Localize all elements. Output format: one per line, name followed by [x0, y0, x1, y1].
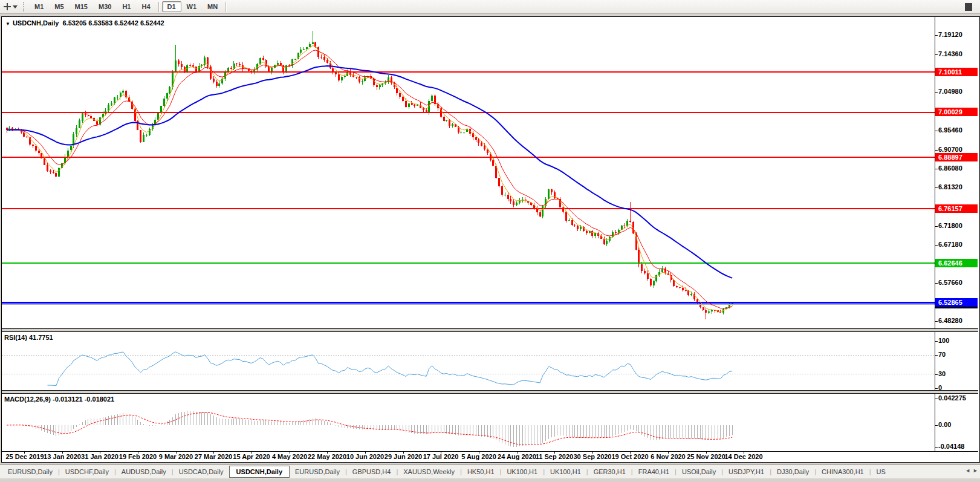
macd-plot[interactable] — [2, 394, 935, 451]
chevron-down-icon[interactable] — [13, 5, 18, 8]
price-axis-line — [935, 17, 935, 328]
timeframe-button-w1[interactable]: W1 — [181, 1, 203, 12]
chart-tab-usdcad-daily[interactable]: USDCAD,Daily — [174, 466, 229, 477]
chart-tab-eurusd-daily[interactable]: EURUSD,Daily — [290, 466, 345, 477]
price-tick — [935, 226, 938, 227]
rsi-tick — [935, 341, 938, 342]
timeframe-button-m5[interactable]: M5 — [49, 1, 69, 12]
level-price-label: 6.88897 — [935, 153, 978, 161]
timeframe-button-m15[interactable]: M15 — [70, 1, 93, 12]
chart-tab-china300-h1[interactable]: CHINA300,H1 — [816, 466, 869, 477]
rsi-tick-label: 0 — [938, 384, 942, 391]
timeframe-button-h4[interactable]: H4 — [136, 1, 155, 12]
level-price-label: 7.10011 — [935, 68, 978, 76]
chart-tab-dj30-daily[interactable]: DJ30,Daily — [771, 466, 814, 477]
date-label: 29 Jun 2020 — [385, 453, 422, 460]
timeframe-button-mn[interactable]: MN — [202, 1, 223, 12]
date-label: 22 May 2020 — [308, 453, 346, 460]
macd-tick — [935, 447, 938, 448]
bottom-strip — [0, 478, 980, 482]
date-label: 19 Oct 2020 — [611, 453, 648, 460]
chart-tab-uk100-h1[interactable]: UK100,H1 — [545, 466, 586, 477]
rsi-pane[interactable]: RSI(14) 41.7751 — [2, 331, 978, 391]
price-tick — [935, 283, 938, 284]
toolbar-overflow-button[interactable] — [965, 3, 972, 11]
macd-tick-label: 0.042275 — [938, 394, 966, 402]
toolbar-separator — [158, 2, 160, 12]
rsi-label: RSI(14) 41.7751 — [4, 334, 53, 341]
price-tick-label: 6.95460 — [938, 126, 962, 134]
price-tick — [935, 131, 938, 131]
price-tick-label: 7.19120 — [938, 31, 962, 38]
price-tick-label: 6.48280 — [938, 317, 962, 324]
date-label: 5 Aug 2020 — [461, 453, 496, 460]
chart-tabbar: EURUSD,Daily|USDCHF,Daily|AUDUSD,Daily|U… — [0, 464, 980, 478]
timeframe-button-m1[interactable]: M1 — [29, 1, 49, 12]
chart-tab-hk50-h1[interactable]: HK50,H1 — [462, 466, 500, 477]
date-label: 25 Nov 2020 — [687, 453, 725, 460]
date-label: 14 Dec 2020 — [725, 453, 763, 460]
date-label: 11 Sep 2020 — [536, 453, 573, 460]
rsi-tick — [935, 355, 938, 356]
level-price-label: 6.62646 — [935, 259, 978, 267]
price-tick — [935, 150, 938, 151]
price-tick — [935, 169, 938, 169]
price-tick-label: 6.67180 — [938, 241, 962, 248]
price-tick-label: 7.04980 — [938, 88, 962, 95]
chart-tab-usdjpy-h1[interactable]: USDJPY,H1 — [723, 466, 770, 477]
price-tick-label: 6.81320 — [938, 183, 962, 191]
chart-tab-gbpusd-h4[interactable]: GBPUSD,H4 — [347, 466, 397, 477]
date-label: 4 May 2020 — [272, 453, 307, 460]
price-pane[interactable]: ▼USDCNH,Daily 6.53205 6.53583 6.52442 6.… — [2, 17, 978, 329]
date-label: 31 Jan 2020 — [81, 453, 118, 460]
chart-tab-usdchf-daily[interactable]: USDCHF,Daily — [60, 466, 114, 477]
price-tick — [935, 187, 938, 188]
top-toolbar: M1M5M15M30H1H4D1W1MN — [0, 0, 980, 14]
candlestick-chart[interactable] — [2, 17, 935, 328]
level-price-label: 6.76157 — [935, 204, 978, 213]
macd-tick — [935, 425, 938, 426]
chart-tab-fra40-h1[interactable]: FRA40,H1 — [633, 466, 675, 477]
chart-title: ▼USDCNH,Daily 6.53205 6.53583 6.52442 6.… — [5, 19, 164, 27]
price-tick — [935, 35, 938, 36]
price-tick — [935, 54, 938, 55]
chart-tab-us[interactable]: US — [871, 466, 891, 477]
macd-tick — [935, 399, 938, 399]
date-label: 24 Aug 2020 — [498, 453, 536, 460]
macd-axis-line — [935, 394, 935, 451]
price-tick — [935, 92, 938, 93]
macd-tick-label: 0.00 — [938, 421, 951, 428]
rsi-tick-label: 30 — [938, 370, 946, 377]
toolbar-grip — [23, 2, 26, 11]
price-tick-label: 6.90700 — [938, 146, 962, 153]
chart-tab-usdcnh-daily[interactable]: USDCNH,Daily — [229, 466, 290, 478]
price-tick-label: 7.14360 — [938, 50, 962, 57]
rsi-plot[interactable] — [2, 332, 935, 390]
chart-tab-xauusd-weekly[interactable]: XAUUSD,Weekly — [398, 466, 460, 477]
chart-tab-usoil-daily[interactable]: USOil,Daily — [677, 466, 721, 477]
chart-tab-ger30-h1[interactable]: GER30,H1 — [588, 466, 631, 477]
collapse-triangle-icon[interactable]: ▼ — [5, 21, 10, 27]
price-tick-label: 6.57660 — [938, 279, 962, 286]
price-tick-label: 6.86080 — [938, 164, 962, 172]
rsi-tick-label: 100 — [938, 337, 949, 344]
date-label: 10 Jun 2020 — [346, 453, 384, 460]
chart-tab-eurusd-daily[interactable]: EURUSD,Daily — [2, 466, 58, 477]
macd-pane[interactable]: MACD(12,26,9) -0.013121 -0.018021 — [2, 393, 978, 452]
chart-window: ▼USDCNH,Daily 6.53205 6.53583 6.52442 6.… — [1, 16, 980, 463]
toolbar-separator — [226, 2, 227, 12]
crosshair-icon[interactable] — [3, 2, 11, 11]
tab-scroll-left-icon[interactable]: ◄ — [965, 467, 970, 474]
tab-scroll-right-icon[interactable]: ► — [973, 467, 978, 474]
timeframe-button-m30[interactable]: M30 — [93, 1, 117, 12]
chart-tab-uk100-h1[interactable]: UK100,H1 — [501, 466, 543, 477]
date-label: 6 Nov 2020 — [651, 453, 685, 460]
level-price-label: 7.00029 — [935, 108, 978, 116]
chart-tab-audusd-daily[interactable]: AUDUSD,Daily — [116, 466, 172, 477]
date-label: 15 Apr 2020 — [233, 453, 270, 460]
date-label: 9 Mar 2020 — [159, 453, 193, 460]
date-label: 30 Sep 2020 — [574, 453, 612, 460]
rsi-tick — [935, 374, 938, 375]
timeframe-button-d1[interactable]: D1 — [162, 1, 181, 12]
timeframe-button-h1[interactable]: H1 — [117, 1, 136, 12]
